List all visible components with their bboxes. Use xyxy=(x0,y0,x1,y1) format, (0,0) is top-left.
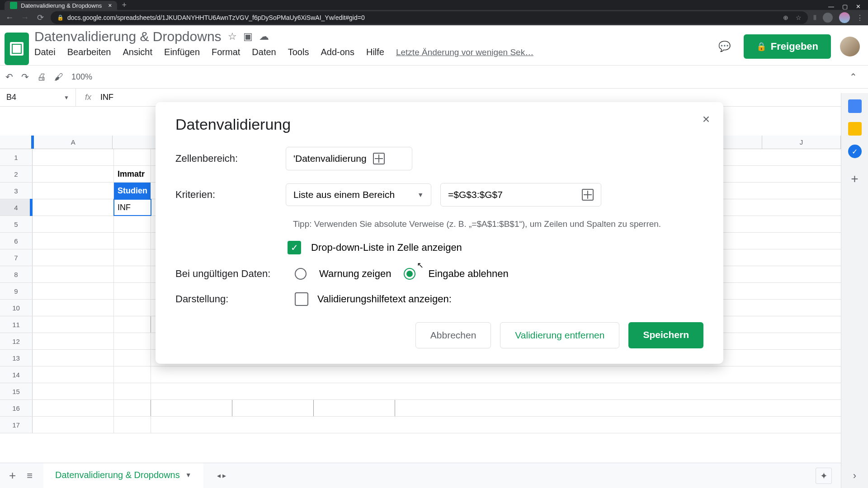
row-header[interactable]: 8 xyxy=(0,266,33,282)
row-header[interactable]: 5 xyxy=(0,216,33,232)
cell[interactable] xyxy=(114,149,151,165)
chevron-down-icon[interactable]: ▼ xyxy=(185,471,192,479)
criteria-type-select[interactable]: Liste aus einem Bereich ▼ xyxy=(286,183,431,206)
sheets-logo[interactable] xyxy=(5,33,29,65)
cell[interactable] xyxy=(33,149,114,165)
row-header[interactable]: 7 xyxy=(0,249,33,266)
cell[interactable] xyxy=(33,249,114,266)
cell[interactable] xyxy=(114,283,151,299)
row-header[interactable]: 11 xyxy=(0,316,33,333)
remove-validation-button[interactable]: Validierung entfernen xyxy=(500,322,619,348)
star-icon[interactable]: ☆ xyxy=(228,31,237,42)
extension-icon[interactable] xyxy=(823,13,833,23)
cell[interactable] xyxy=(33,183,114,199)
cloud-status-icon[interactable]: ☁ xyxy=(259,31,269,42)
cell[interactable] xyxy=(33,283,114,299)
cell[interactable] xyxy=(33,350,114,366)
menu-view[interactable]: Ansicht xyxy=(123,47,152,57)
tab-scroll-right-icon[interactable]: ▸ xyxy=(222,471,226,480)
keep-icon[interactable] xyxy=(848,122,862,136)
cell[interactable] xyxy=(33,166,114,182)
row-header[interactable]: 13 xyxy=(0,350,33,366)
row-header[interactable]: 17 xyxy=(0,417,33,433)
menu-help[interactable]: Hilfe xyxy=(366,47,384,57)
cell[interactable] xyxy=(33,316,114,333)
cell[interactable] xyxy=(114,216,151,232)
range-picker-icon[interactable] xyxy=(373,153,385,164)
formula-value[interactable]: INF xyxy=(100,93,113,102)
cell[interactable] xyxy=(114,350,151,366)
add-addon-icon[interactable]: + xyxy=(851,172,858,186)
paint-format-icon[interactable]: 🖌 xyxy=(54,72,63,82)
close-tab-icon[interactable]: × xyxy=(108,2,112,9)
column-header-j[interactable]: J xyxy=(762,136,841,149)
reload-button[interactable]: ⟳ xyxy=(35,13,45,23)
sheet-tab-active[interactable]: Datenvalidierung & Dropdowns ▼ xyxy=(43,463,203,488)
all-sheets-button[interactable]: ≡ xyxy=(27,470,33,482)
undo-icon[interactable]: ↶ xyxy=(5,71,13,82)
radio-show-warning[interactable] xyxy=(295,268,307,280)
cell[interactable] xyxy=(114,400,151,416)
zoom-icon[interactable]: ⊕ xyxy=(783,14,788,21)
show-dropdown-checkbox[interactable]: ✓ xyxy=(288,241,301,254)
explore-button[interactable]: ✦ xyxy=(816,468,832,484)
cell-b4[interactable]: INF xyxy=(114,199,151,216)
show-helptext-checkbox[interactable] xyxy=(295,292,308,306)
menu-tools[interactable]: Tools xyxy=(288,47,309,57)
cell[interactable] xyxy=(114,366,151,383)
new-tab-button[interactable]: + xyxy=(117,0,131,10)
cell[interactable] xyxy=(33,216,114,232)
browser-tab[interactable]: Datenvalidierung & Dropdowns × xyxy=(5,1,117,10)
collapse-sidepanel-icon[interactable]: › xyxy=(853,470,856,482)
menu-addons[interactable]: Add-ons xyxy=(321,47,354,57)
cell[interactable] xyxy=(33,300,114,316)
cell[interactable] xyxy=(33,383,114,399)
address-bar[interactable]: 🔒 docs.google.com/spreadsheets/d/1JKUDAN… xyxy=(51,11,808,24)
row-header[interactable]: 9 xyxy=(0,283,33,299)
criteria-range-input[interactable]: =$G$3:$G$7 xyxy=(440,183,601,206)
row-header[interactable]: 6 xyxy=(0,233,33,249)
cell[interactable] xyxy=(114,333,151,349)
cell[interactable] xyxy=(114,417,151,433)
cell[interactable] xyxy=(114,249,151,266)
cell[interactable] xyxy=(33,400,114,416)
cell[interactable] xyxy=(33,199,114,216)
cell[interactable] xyxy=(314,400,395,416)
row-header[interactable]: 12 xyxy=(0,333,33,349)
radio-reject-input[interactable] xyxy=(404,268,415,280)
forward-button[interactable]: → xyxy=(20,13,30,23)
calendar-icon[interactable] xyxy=(848,99,862,113)
cell[interactable] xyxy=(33,266,114,282)
share-button[interactable]: 🔒 Freigeben xyxy=(744,34,831,59)
row-header[interactable]: 16 xyxy=(0,400,33,416)
cancel-button[interactable]: Abbrechen xyxy=(415,322,491,348)
row-header[interactable]: 1 xyxy=(0,149,33,165)
cell[interactable] xyxy=(33,417,114,433)
cell[interactable] xyxy=(151,400,232,416)
name-box[interactable]: B4 ▼ xyxy=(0,89,76,106)
cell[interactable] xyxy=(114,383,151,399)
print-icon[interactable]: 🖨 xyxy=(37,72,46,82)
cell[interactable] xyxy=(33,333,114,349)
extensions-icon[interactable]: ⫴ xyxy=(813,14,816,22)
menu-file[interactable]: Datei xyxy=(34,47,56,57)
cell[interactable] xyxy=(33,233,114,249)
column-header-a[interactable]: A xyxy=(34,136,113,149)
profile-avatar-small[interactable] xyxy=(839,12,850,23)
row-header[interactable]: 2 xyxy=(0,166,33,182)
row-header[interactable]: 4 xyxy=(0,199,33,216)
cell-b3[interactable]: Studien xyxy=(114,183,151,199)
cell[interactable] xyxy=(114,316,151,333)
menu-insert[interactable]: Einfügen xyxy=(164,47,200,57)
range-picker-icon[interactable] xyxy=(582,189,594,201)
last-edit-link[interactable]: Letzte Änderung vor wenigen Sek… xyxy=(396,47,533,57)
redo-icon[interactable]: ↷ xyxy=(21,71,29,82)
cell-range-input[interactable]: 'Datenvalidierung xyxy=(286,147,412,170)
menu-edit[interactable]: Bearbeiten xyxy=(67,47,111,57)
account-avatar[interactable] xyxy=(840,37,860,56)
window-close-icon[interactable]: ✕ xyxy=(856,3,861,10)
move-icon[interactable]: ▣ xyxy=(243,31,253,42)
cell-b2[interactable]: Immatr xyxy=(114,166,151,182)
zoom-select[interactable]: 100% xyxy=(71,72,92,82)
close-dialog-button[interactable]: × xyxy=(703,112,710,127)
